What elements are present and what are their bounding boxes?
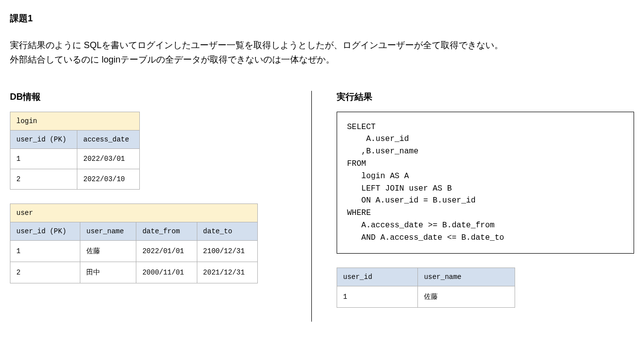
sql-code-box: SELECT A.user_id ,B.user_name FROM login…	[337, 112, 634, 254]
db-info-column: DB情報 login user_id (PK) access_date 1 20…	[10, 91, 312, 322]
table-row: 2 2022/03/10	[10, 169, 140, 189]
login-col-0: user_id (PK)	[10, 130, 77, 148]
result-col-0: user_id	[337, 268, 418, 286]
columns-container: DB情報 login user_id (PK) access_date 1 20…	[10, 91, 634, 322]
table-row: 1 2022/03/01	[10, 148, 140, 169]
result-cell: 佐藤	[418, 286, 515, 307]
login-cell: 2022/03/01	[77, 148, 140, 169]
user-table-name: user	[10, 204, 258, 222]
user-cell: 田中	[80, 262, 136, 283]
user-cell: 2000/11/01	[136, 262, 197, 283]
login-cell: 1	[10, 148, 77, 169]
login-cell: 2	[10, 169, 77, 189]
result-table: user_id user_name 1 佐藤	[337, 268, 515, 308]
user-table: user user_id (PK) user_name date_from da…	[10, 204, 258, 283]
question-line-2: 外部結合しているのに loginテーブルの全データが取得できないのは一体なぜか。	[10, 53, 634, 67]
user-cell: 2021/12/31	[197, 262, 257, 283]
db-info-heading: DB情報	[10, 91, 301, 103]
user-cell: 2	[10, 262, 80, 283]
user-col-3: date_to	[197, 222, 257, 240]
login-col-1: access_date	[77, 130, 140, 148]
result-cell: 1	[337, 286, 418, 307]
user-cell: 1	[10, 240, 80, 262]
login-table: login user_id (PK) access_date 1 2022/03…	[10, 112, 140, 190]
user-cell: 2100/12/31	[197, 240, 257, 262]
result-column: 実行結果 SELECT A.user_id ,B.user_name FROM …	[312, 91, 634, 322]
user-col-1: user_name	[80, 222, 136, 240]
user-cell: 佐藤	[80, 240, 136, 262]
user-cell: 2022/01/01	[136, 240, 197, 262]
question-line-1: 実行結果のように SQLを書いてログインしたユーザー一覧を取得しようとしたが、ロ…	[10, 38, 634, 53]
user-col-2: date_from	[136, 222, 197, 240]
table-row: 1 佐藤 2022/01/01 2100/12/31	[10, 240, 258, 262]
login-table-name: login	[10, 112, 140, 130]
page-title: 課題1	[10, 12, 634, 24]
table-row: 2 田中 2000/11/01 2021/12/31	[10, 262, 258, 283]
result-col-1: user_name	[418, 268, 515, 286]
table-row: 1 佐藤	[337, 286, 515, 307]
question-text: 実行結果のように SQLを書いてログインしたユーザー一覧を取得しようとしたが、ロ…	[10, 38, 634, 67]
user-col-0: user_id (PK)	[10, 222, 80, 240]
login-cell: 2022/03/10	[77, 169, 140, 189]
result-heading: 実行結果	[337, 91, 634, 103]
